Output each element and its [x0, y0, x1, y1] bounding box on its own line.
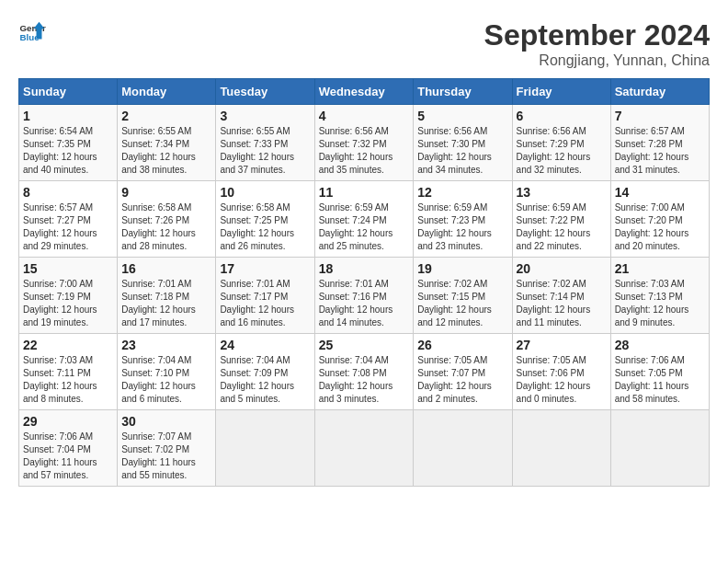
day-info: Sunrise: 7:05 AM Sunset: 7:07 PM Dayligh…	[417, 354, 507, 406]
day-number: 22	[23, 338, 113, 352]
day-11: 11 Sunrise: 6:59 AM Sunset: 7:24 PM Dayl…	[314, 181, 414, 258]
empty-cell	[216, 410, 314, 487]
day-12: 12 Sunrise: 6:59 AM Sunset: 7:23 PM Dayl…	[414, 181, 512, 258]
day-number: 13	[517, 185, 607, 200]
empty-cell	[610, 410, 709, 487]
empty-cell	[414, 410, 512, 487]
day-6: 6 Sunrise: 6:56 AM Sunset: 7:29 PM Dayli…	[512, 105, 610, 181]
week-row-5: 29 Sunrise: 7:06 AM Sunset: 7:04 PM Dayl…	[19, 410, 710, 487]
day-15: 15 Sunrise: 7:00 AM Sunset: 7:19 PM Dayl…	[19, 258, 118, 334]
day-13: 13 Sunrise: 6:59 AM Sunset: 7:22 PM Dayl…	[512, 181, 610, 258]
col-sunday: Sunday	[19, 79, 118, 105]
day-4: 4 Sunrise: 6:56 AM Sunset: 7:32 PM Dayli…	[314, 105, 414, 181]
day-number: 2	[121, 109, 211, 123]
day-9: 9 Sunrise: 6:58 AM Sunset: 7:26 PM Dayli…	[118, 181, 216, 258]
day-23: 23 Sunrise: 7:04 AM Sunset: 7:10 PM Dayl…	[118, 334, 216, 410]
title-block: September 2024 Rongjiang, Yunnan, China	[484, 18, 710, 69]
day-30: 30 Sunrise: 7:07 AM Sunset: 7:02 PM Dayl…	[118, 410, 216, 487]
day-24: 24 Sunrise: 7:04 AM Sunset: 7:09 PM Dayl…	[216, 334, 314, 410]
day-number: 27	[517, 338, 607, 352]
week-row-2: 8 Sunrise: 6:57 AM Sunset: 7:27 PM Dayli…	[19, 181, 710, 258]
day-info: Sunrise: 6:57 AM Sunset: 7:28 PM Dayligh…	[615, 125, 705, 177]
day-info: Sunrise: 7:04 AM Sunset: 7:08 PM Dayligh…	[319, 354, 410, 406]
col-wednesday: Wednesday	[314, 79, 414, 105]
day-number: 8	[23, 185, 113, 200]
day-info: Sunrise: 6:56 AM Sunset: 7:32 PM Dayligh…	[319, 125, 410, 177]
day-20: 20 Sunrise: 7:02 AM Sunset: 7:14 PM Dayl…	[512, 258, 610, 334]
day-info: Sunrise: 6:59 AM Sunset: 7:24 PM Dayligh…	[319, 201, 410, 253]
day-17: 17 Sunrise: 7:01 AM Sunset: 7:17 PM Dayl…	[216, 258, 314, 334]
day-number: 14	[615, 185, 705, 200]
day-info: Sunrise: 7:02 AM Sunset: 7:14 PM Dayligh…	[517, 278, 607, 329]
day-number: 11	[319, 185, 410, 200]
day-number: 7	[615, 109, 705, 123]
day-number: 1	[23, 109, 113, 123]
day-number: 15	[23, 261, 113, 276]
col-monday: Monday	[118, 79, 216, 105]
location-subtitle: Rongjiang, Yunnan, China	[484, 52, 710, 69]
day-info: Sunrise: 6:58 AM Sunset: 7:26 PM Dayligh…	[121, 201, 211, 253]
day-29: 29 Sunrise: 7:06 AM Sunset: 7:04 PM Dayl…	[19, 410, 118, 487]
empty-cell	[512, 410, 610, 487]
day-14: 14 Sunrise: 7:00 AM Sunset: 7:20 PM Dayl…	[610, 181, 709, 258]
day-info: Sunrise: 7:00 AM Sunset: 7:20 PM Dayligh…	[615, 201, 705, 253]
day-number: 25	[319, 338, 410, 352]
day-number: 9	[121, 185, 211, 200]
day-1: 1 Sunrise: 6:54 AM Sunset: 7:35 PM Dayli…	[19, 105, 118, 181]
day-info: Sunrise: 7:03 AM Sunset: 7:13 PM Dayligh…	[615, 278, 705, 329]
day-number: 29	[23, 414, 113, 429]
day-number: 6	[517, 109, 607, 123]
day-info: Sunrise: 7:03 AM Sunset: 7:11 PM Dayligh…	[23, 354, 113, 406]
day-number: 10	[220, 185, 310, 200]
day-7: 7 Sunrise: 6:57 AM Sunset: 7:28 PM Dayli…	[610, 105, 709, 181]
day-5: 5 Sunrise: 6:56 AM Sunset: 7:30 PM Dayli…	[414, 105, 512, 181]
day-info: Sunrise: 6:55 AM Sunset: 7:34 PM Dayligh…	[121, 125, 211, 177]
day-info: Sunrise: 6:56 AM Sunset: 7:29 PM Dayligh…	[517, 125, 607, 177]
day-8: 8 Sunrise: 6:57 AM Sunset: 7:27 PM Dayli…	[19, 181, 118, 258]
day-21: 21 Sunrise: 7:03 AM Sunset: 7:13 PM Dayl…	[610, 258, 709, 334]
day-16: 16 Sunrise: 7:01 AM Sunset: 7:18 PM Dayl…	[118, 258, 216, 334]
day-info: Sunrise: 6:58 AM Sunset: 7:25 PM Dayligh…	[220, 201, 310, 253]
day-28: 28 Sunrise: 7:06 AM Sunset: 7:05 PM Dayl…	[610, 334, 709, 410]
day-info: Sunrise: 7:01 AM Sunset: 7:16 PM Dayligh…	[319, 278, 410, 329]
day-info: Sunrise: 6:54 AM Sunset: 7:35 PM Dayligh…	[23, 125, 113, 177]
day-info: Sunrise: 7:04 AM Sunset: 7:10 PM Dayligh…	[121, 354, 211, 406]
logo: General Blue	[18, 18, 46, 46]
day-19: 19 Sunrise: 7:02 AM Sunset: 7:15 PM Dayl…	[414, 258, 512, 334]
day-info: Sunrise: 7:02 AM Sunset: 7:15 PM Dayligh…	[417, 278, 507, 329]
day-number: 16	[121, 261, 211, 276]
day-info: Sunrise: 6:55 AM Sunset: 7:33 PM Dayligh…	[220, 125, 310, 177]
day-3: 3 Sunrise: 6:55 AM Sunset: 7:33 PM Dayli…	[216, 105, 314, 181]
day-info: Sunrise: 7:00 AM Sunset: 7:19 PM Dayligh…	[23, 278, 113, 329]
day-number: 21	[615, 261, 705, 276]
col-thursday: Thursday	[414, 79, 512, 105]
day-number: 18	[319, 261, 410, 276]
day-number: 4	[319, 109, 410, 123]
day-number: 23	[121, 338, 211, 352]
day-18: 18 Sunrise: 7:01 AM Sunset: 7:16 PM Dayl…	[314, 258, 414, 334]
week-row-4: 22 Sunrise: 7:03 AM Sunset: 7:11 PM Dayl…	[19, 334, 710, 410]
day-2: 2 Sunrise: 6:55 AM Sunset: 7:34 PM Dayli…	[118, 105, 216, 181]
col-saturday: Saturday	[610, 79, 709, 105]
col-tuesday: Tuesday	[216, 79, 314, 105]
day-info: Sunrise: 7:07 AM Sunset: 7:02 PM Dayligh…	[121, 431, 211, 482]
day-number: 28	[615, 338, 705, 352]
calendar-table: Sunday Monday Tuesday Wednesday Thursday…	[18, 78, 710, 487]
day-25: 25 Sunrise: 7:04 AM Sunset: 7:08 PM Dayl…	[314, 334, 414, 410]
day-number: 5	[417, 109, 507, 123]
day-27: 27 Sunrise: 7:05 AM Sunset: 7:06 PM Dayl…	[512, 334, 610, 410]
week-row-1: 1 Sunrise: 6:54 AM Sunset: 7:35 PM Dayli…	[19, 105, 710, 181]
day-info: Sunrise: 6:59 AM Sunset: 7:22 PM Dayligh…	[517, 201, 607, 253]
day-info: Sunrise: 6:56 AM Sunset: 7:30 PM Dayligh…	[417, 125, 507, 177]
day-info: Sunrise: 7:06 AM Sunset: 7:05 PM Dayligh…	[615, 354, 705, 406]
month-title: September 2024	[484, 18, 710, 52]
day-info: Sunrise: 7:01 AM Sunset: 7:18 PM Dayligh…	[121, 278, 211, 329]
day-info: Sunrise: 6:59 AM Sunset: 7:23 PM Dayligh…	[417, 201, 507, 253]
empty-cell	[314, 410, 414, 487]
day-number: 30	[121, 414, 211, 429]
day-10: 10 Sunrise: 6:58 AM Sunset: 7:25 PM Dayl…	[216, 181, 314, 258]
day-number: 26	[417, 338, 507, 352]
col-friday: Friday	[512, 79, 610, 105]
day-info: Sunrise: 7:04 AM Sunset: 7:09 PM Dayligh…	[220, 354, 310, 406]
day-number: 19	[417, 261, 507, 276]
